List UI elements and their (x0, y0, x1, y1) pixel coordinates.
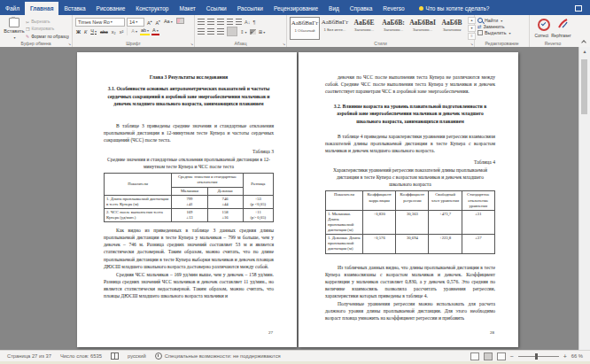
shrink-font-button[interactable]: А (154, 17, 160, 27)
borders-icon[interactable]: ⊞ (259, 29, 266, 35)
subscript-button[interactable]: x₂ (111, 27, 117, 36)
divider (127, 27, 128, 35)
proofing-status[interactable] (111, 352, 119, 360)
shading-icon[interactable] (250, 29, 256, 35)
read-mode-button[interactable] (470, 352, 479, 360)
align-left-icon[interactable] (198, 28, 205, 35)
correct-icon[interactable] (538, 19, 550, 31)
style-card-no-spacing[interactable]: АаБбВвГг 1 Без инте... (321, 17, 349, 38)
clipboard-dialog-launcher-icon[interactable]: ↘ (68, 43, 71, 46)
tab-references[interactable]: Ссылки (201, 2, 232, 15)
font-name-select[interactable]: Times New Ro (75, 18, 125, 27)
status-bar: Страница 27 из 37 Число слов: 6535 русск… (0, 350, 590, 361)
scrollbar-thumb[interactable] (581, 59, 587, 114)
justify-icon[interactable] (227, 27, 237, 36)
copy-icon: ❐ (26, 27, 29, 32)
word-count[interactable]: Число слов: 6535 (60, 353, 102, 359)
styles-dialog-launcher-icon[interactable]: ↘ (470, 43, 473, 46)
tab-insert[interactable]: Вставка (58, 2, 90, 15)
page-indicator[interactable]: Страница 27 из 37 (7, 353, 51, 359)
style-card-heading1[interactable]: АаБбЕ Заголово... (350, 17, 378, 38)
tab-file[interactable]: Файл (0, 2, 25, 15)
paragraph: Из табличных данных видно, что длины про… (325, 264, 495, 300)
tab-mailings[interactable]: Рассылки (232, 2, 268, 15)
rephraser-icon[interactable] (558, 19, 568, 28)
style-card-heading3[interactable]: АаБбВвІ Заголово... (408, 17, 437, 38)
reverso-group: Correct Rephraser Reverso (530, 15, 576, 47)
increase-indent-icon[interactable] (236, 19, 242, 25)
table-row: 2. ЧСС после выполнения теста Купера (уд… (105, 208, 274, 221)
zoom-slider[interactable] (518, 356, 559, 357)
superscript-button[interactable]: x² (119, 27, 125, 36)
sort-icon[interactable]: А↓ (245, 19, 250, 25)
language-indicator[interactable]: русский (128, 353, 146, 359)
tab-draw[interactable]: Рисование (91, 2, 131, 15)
pilcrow-icon[interactable]: ¶ (252, 19, 255, 25)
bold-button[interactable]: Ж (75, 27, 82, 36)
tab-help[interactable]: Справка (345, 2, 378, 15)
document-page-27[interactable]: Глава 3 Результаты исследования 3.1. Осо… (77, 52, 297, 347)
cut-button[interactable]: ✂Вырезать (26, 19, 69, 25)
text-effects-button[interactable]: А (130, 27, 138, 36)
rephraser-label[interactable]: Rephraser (551, 34, 571, 38)
multilevel-list-icon[interactable] (217, 19, 224, 25)
tab-design[interactable]: Конструктор (130, 2, 174, 15)
font-dialog-launcher-icon[interactable]: ↘ (190, 43, 193, 46)
web-layout-button[interactable] (497, 352, 506, 360)
grow-font-button[interactable]: А (146, 17, 152, 27)
paragraph-dialog-launcher-icon[interactable]: ↘ (283, 43, 285, 46)
select-button[interactable]: Выделить (477, 30, 526, 35)
correct-label[interactable]: Correct (534, 34, 548, 38)
style-sample: АаБбВвГг (321, 18, 349, 27)
clear-formatting-button[interactable] (175, 18, 185, 27)
zoom-in-button[interactable]: + (563, 353, 567, 360)
tab-reverso[interactable]: Reverso (377, 2, 409, 15)
format-painter-button[interactable]: ✎Формат по образцу (26, 34, 69, 40)
editing-group-label: Редактирование (475, 41, 529, 46)
change-case-button[interactable]: Аа (163, 17, 174, 27)
zoom-level[interactable]: 66 % (571, 353, 583, 359)
underline-button[interactable]: Ч (89, 27, 97, 36)
text-highlight-button[interactable]: ab (140, 27, 150, 35)
zoom-slider-thumb[interactable] (535, 353, 538, 360)
window-restore-icon[interactable] (575, 5, 582, 12)
table4[interactable]: Показатели Коэффициент корреляции Коэффи… (325, 190, 495, 253)
italic-button[interactable]: К (83, 27, 88, 36)
strikethrough-button[interactable]: abc (99, 27, 109, 36)
tell-me-box[interactable]: Что вы хотите сделать? (419, 2, 490, 15)
collapse-ribbon-icon[interactable] (581, 39, 586, 44)
line-spacing-icon[interactable]: ⇕ (240, 29, 247, 35)
style-card-normal[interactable]: АаБбВвГг 1 Обычный (290, 17, 320, 40)
tab-view[interactable]: Вид (323, 2, 345, 15)
table-cell: 1. Девочки. Длина проплываемой дистанции… (326, 235, 363, 253)
align-right-icon[interactable] (217, 28, 224, 35)
select-icon (477, 30, 483, 35)
table-cell: +473,7 (429, 210, 462, 234)
document-page-28[interactable]: девочки по ЧСС после выполнения теста Ку… (299, 52, 518, 347)
paste-button[interactable]: Вставить (3, 17, 26, 40)
print-layout-button[interactable] (484, 352, 493, 360)
table3[interactable]: Показатели Средние значения и стандартны… (104, 173, 274, 222)
decrease-indent-icon[interactable] (227, 19, 233, 25)
align-center-icon[interactable] (207, 28, 214, 35)
paragraph: Полученные уравнения регрессии можно исп… (325, 300, 495, 321)
tab-review[interactable]: Рецензирование (268, 2, 323, 15)
copy-button[interactable]: ❐Копировать (26, 26, 69, 32)
font-color-button[interactable]: А (151, 27, 159, 35)
font-size-select[interactable]: 14 (127, 18, 144, 27)
bullet-list-icon[interactable] (198, 19, 205, 25)
reverso-group-label: Reverso (530, 41, 576, 46)
tab-layout[interactable]: Макет (174, 2, 200, 15)
lightbulb-icon (419, 6, 423, 11)
replace-button[interactable]: ⇄Заменить (477, 24, 526, 29)
table4-label: Таблица 4 (325, 159, 495, 166)
scroll-up-icon[interactable]: ▲ (579, 47, 590, 56)
style-card-heading2[interactable]: АаБбВ: Заголово... (379, 17, 408, 38)
style-card-title[interactable]: АаБбВ Заголовок (438, 17, 466, 38)
find-button[interactable]: Найти (477, 18, 526, 23)
tab-home[interactable]: Главная (25, 2, 58, 15)
numbered-list-icon[interactable] (207, 19, 214, 25)
zoom-out-button[interactable]: − (510, 353, 514, 360)
vertical-scrollbar[interactable]: ▲ (578, 47, 590, 350)
accessibility-status[interactable]: Специальные возможности: не поддерживают… (155, 352, 281, 360)
